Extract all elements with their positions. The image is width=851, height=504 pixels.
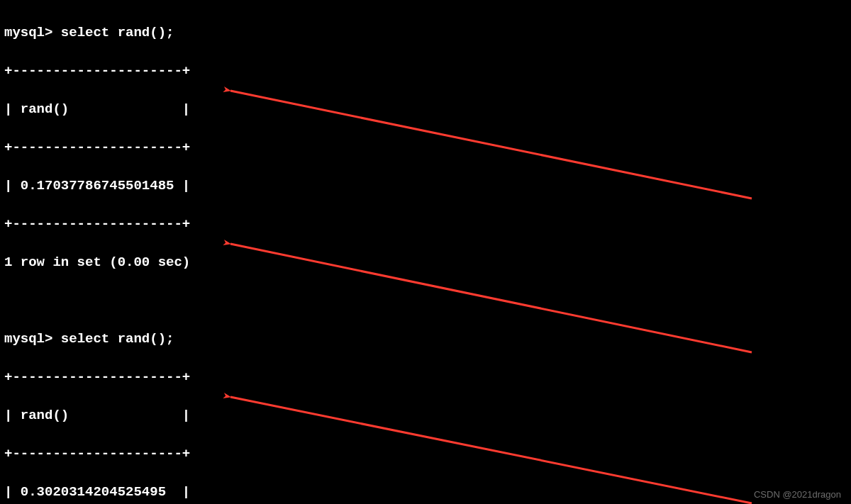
table-border: +---------------------+ xyxy=(4,62,851,81)
prompt-line-1: mysql> select rand(); xyxy=(4,23,851,43)
table-border: +---------------------+ xyxy=(4,444,851,464)
watermark: CSDN @2021dragon xyxy=(754,489,841,500)
terminal-output: mysql> select rand(); +-----------------… xyxy=(0,0,851,504)
table-border: +---------------------+ xyxy=(4,368,851,387)
table-row: | 0.3020314204525495 | xyxy=(4,483,851,502)
prompt-line-2: mysql> select rand(); xyxy=(4,330,851,349)
status-line: 1 row in set (0.00 sec) xyxy=(4,253,851,272)
table-border: +---------------------+ xyxy=(4,138,851,157)
blank-line xyxy=(4,291,851,310)
table-border: +---------------------+ xyxy=(4,215,851,234)
table-header: | rand() | xyxy=(4,406,851,425)
table-header: | rand() | xyxy=(4,100,851,119)
table-row: | 0.17037786745501485 | xyxy=(4,177,851,196)
